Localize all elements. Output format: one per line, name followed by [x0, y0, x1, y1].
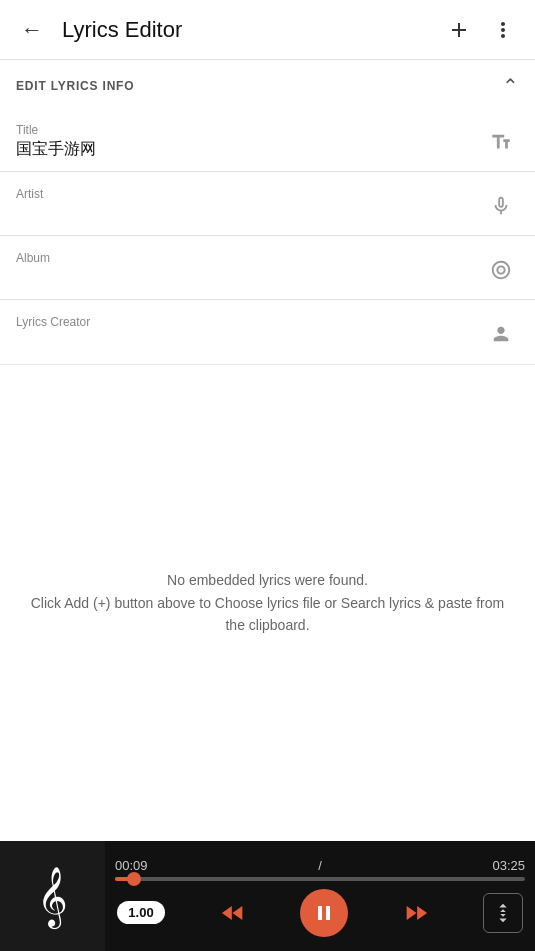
main-content: EDIT LYRICS INFO ⌃ Title 国宝手游网 Artist [0, 60, 535, 841]
empty-lyrics-line1: No embedded lyrics were found. [167, 572, 368, 588]
lyrics-creator-field-row[interactable]: Lyrics Creator [0, 300, 535, 364]
empty-lyrics-message: No embedded lyrics were found. Click Add… [30, 569, 505, 636]
edit-lyrics-section-header: EDIT LYRICS INFO ⌃ [0, 60, 535, 108]
album-art: 𝄞 [0, 841, 105, 951]
fast-forward-icon [402, 899, 430, 927]
add-icon [447, 18, 471, 42]
rewind-icon [219, 899, 247, 927]
album-label: Album [16, 251, 483, 265]
rewind-button[interactable] [211, 891, 255, 935]
lyrics-creator-value [16, 331, 483, 353]
title-icon-button[interactable] [483, 124, 519, 160]
artist-label: Artist [16, 187, 483, 201]
scroll-up-down-icon [492, 902, 514, 924]
header-actions [439, 10, 523, 50]
player-bar: 𝄞 00:09 / 03:25 1.00 [0, 841, 535, 951]
play-pause-button[interactable] [300, 889, 348, 937]
scroll-control-button[interactable] [483, 893, 523, 933]
artist-icon-button[interactable] [483, 188, 519, 224]
player-time-row: 00:09 / 03:25 [115, 858, 525, 873]
current-time: 00:09 [115, 858, 148, 873]
text-format-icon [490, 131, 512, 153]
empty-lyrics-line2: Click Add (+) button above to Choose lyr… [31, 595, 504, 633]
add-button[interactable] [439, 10, 479, 50]
edit-lyrics-label: EDIT LYRICS INFO [16, 79, 134, 93]
album-field-row[interactable]: Album [0, 236, 535, 300]
player-controls: 1.00 [115, 889, 525, 937]
pause-icon [312, 901, 336, 925]
collapse-button[interactable]: ⌃ [502, 74, 519, 98]
lyrics-info-form: Title 国宝手游网 Artist Al [0, 108, 535, 365]
title-field-row[interactable]: Title 国宝手游网 [0, 108, 535, 172]
page-title: Lyrics Editor [62, 17, 439, 43]
back-arrow-icon: ← [21, 17, 43, 43]
album-value [16, 267, 483, 289]
person-icon [490, 323, 512, 345]
title-field-content: Title 国宝手游网 [16, 123, 483, 161]
total-time: 03:25 [492, 858, 525, 873]
lyrics-creator-field-content: Lyrics Creator [16, 315, 483, 353]
lyrics-creator-label: Lyrics Creator [16, 315, 483, 329]
more-menu-button[interactable] [483, 10, 523, 50]
treble-clef-icon: 𝄞 [37, 866, 68, 927]
album-field-content: Album [16, 251, 483, 289]
speed-button[interactable]: 1.00 [117, 901, 165, 924]
artist-field-row[interactable]: Artist [0, 172, 535, 236]
lyrics-creator-icon-button[interactable] [483, 316, 519, 352]
player-right: 00:09 / 03:25 1.00 [105, 850, 535, 943]
progress-bar[interactable] [115, 877, 525, 881]
empty-lyrics-area: No embedded lyrics were found. Click Add… [0, 365, 535, 841]
microphone-icon [490, 195, 512, 217]
back-button[interactable]: ← [12, 10, 52, 50]
artist-value [16, 203, 483, 225]
album-icon-button[interactable] [483, 252, 519, 288]
title-label: Title [16, 123, 483, 137]
fast-forward-button[interactable] [394, 891, 438, 935]
artist-field-content: Artist [16, 187, 483, 225]
title-value: 国宝手游网 [16, 139, 483, 161]
time-separator: / [318, 858, 322, 873]
music-album-icon [490, 259, 512, 281]
more-vertical-icon [491, 18, 515, 42]
progress-thumb[interactable] [127, 872, 141, 886]
app-header: ← Lyrics Editor [0, 0, 535, 60]
player-top: 𝄞 00:09 / 03:25 1.00 [0, 841, 535, 951]
